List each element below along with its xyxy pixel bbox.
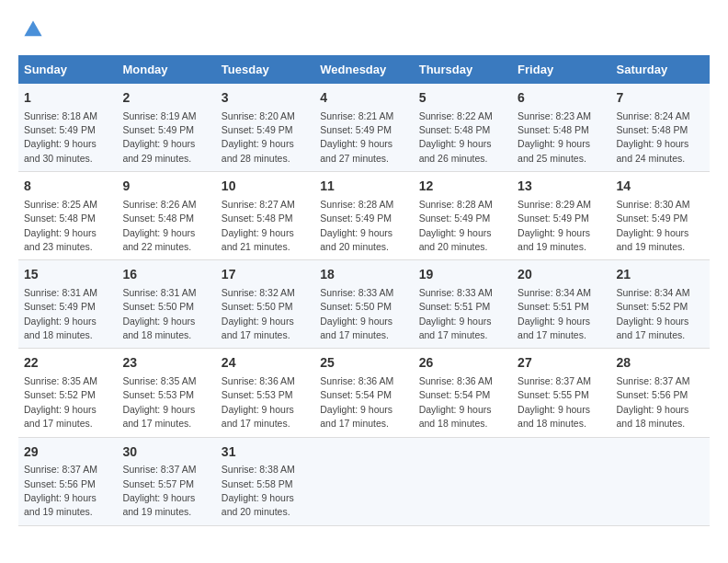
day-info: Sunrise: 8:37 AM Sunset: 5:57 PM Dayligh… xyxy=(122,464,196,517)
day-info: Sunrise: 8:35 AM Sunset: 5:53 PM Dayligh… xyxy=(122,375,196,429)
day-number: 8 xyxy=(24,178,111,196)
day-number: 3 xyxy=(222,89,309,108)
calendar-cell: 30Sunrise: 8:37 AM Sunset: 5:57 PM Dayli… xyxy=(117,437,215,525)
day-info: Sunrise: 8:33 AM Sunset: 5:51 PM Dayligh… xyxy=(419,287,493,340)
day-number: 1 xyxy=(24,89,111,108)
day-number: 2 xyxy=(122,89,210,108)
calendar-cell: 16Sunrise: 8:31 AM Sunset: 5:50 PM Dayli… xyxy=(117,260,215,349)
day-number: 9 xyxy=(122,178,210,196)
calendar-cell: 9Sunrise: 8:26 AM Sunset: 5:48 PM Daylig… xyxy=(117,172,215,260)
calendar-cell xyxy=(611,437,710,525)
day-info: Sunrise: 8:33 AM Sunset: 5:50 PM Dayligh… xyxy=(320,287,393,340)
calendar-cell: 31Sunrise: 8:38 AM Sunset: 5:58 PM Dayli… xyxy=(216,437,314,525)
calendar-cell: 25Sunrise: 8:36 AM Sunset: 5:54 PM Dayli… xyxy=(314,349,413,437)
day-info: Sunrise: 8:31 AM Sunset: 5:49 PM Dayligh… xyxy=(24,287,97,340)
calendar-cell: 13Sunrise: 8:29 AM Sunset: 5:49 PM Dayli… xyxy=(512,172,610,260)
weekday-header-wednesday: Wednesday xyxy=(314,55,413,84)
day-info: Sunrise: 8:18 AM Sunset: 5:49 PM Dayligh… xyxy=(24,110,97,164)
day-info: Sunrise: 8:36 AM Sunset: 5:54 PM Dayligh… xyxy=(320,375,393,429)
weekday-header-sunday: Sunday xyxy=(18,55,117,84)
day-number: 4 xyxy=(320,89,407,108)
day-info: Sunrise: 8:36 AM Sunset: 5:53 PM Dayligh… xyxy=(222,375,295,429)
calendar-cell: 29Sunrise: 8:37 AM Sunset: 5:56 PM Dayli… xyxy=(18,437,117,525)
weekday-header-friday: Friday xyxy=(512,55,610,84)
day-number: 25 xyxy=(320,354,407,373)
day-number: 20 xyxy=(518,266,605,284)
day-number: 29 xyxy=(24,443,111,462)
day-number: 28 xyxy=(617,354,704,373)
calendar-cell xyxy=(314,437,413,525)
calendar-cell: 8Sunrise: 8:25 AM Sunset: 5:48 PM Daylig… xyxy=(18,172,117,260)
day-number: 12 xyxy=(419,178,506,196)
day-number: 17 xyxy=(222,266,309,284)
calendar-cell: 20Sunrise: 8:34 AM Sunset: 5:51 PM Dayli… xyxy=(512,260,610,349)
calendar-cell: 6Sunrise: 8:23 AM Sunset: 5:48 PM Daylig… xyxy=(512,84,610,172)
day-number: 26 xyxy=(419,354,506,373)
logo-icon xyxy=(22,18,44,40)
day-info: Sunrise: 8:24 AM Sunset: 5:48 PM Dayligh… xyxy=(617,110,690,164)
day-info: Sunrise: 8:34 AM Sunset: 5:52 PM Dayligh… xyxy=(617,287,690,340)
weekday-header-thursday: Thursday xyxy=(414,55,512,84)
calendar-cell: 12Sunrise: 8:28 AM Sunset: 5:49 PM Dayli… xyxy=(414,172,512,260)
day-info: Sunrise: 8:36 AM Sunset: 5:54 PM Dayligh… xyxy=(419,375,493,429)
calendar-cell: 27Sunrise: 8:37 AM Sunset: 5:55 PM Dayli… xyxy=(512,349,610,437)
day-info: Sunrise: 8:26 AM Sunset: 5:48 PM Dayligh… xyxy=(122,199,196,252)
day-number: 24 xyxy=(222,354,309,373)
day-number: 7 xyxy=(617,89,704,108)
day-info: Sunrise: 8:20 AM Sunset: 5:49 PM Dayligh… xyxy=(222,110,295,164)
weekday-header-tuesday: Tuesday xyxy=(216,55,314,84)
calendar-cell: 21Sunrise: 8:34 AM Sunset: 5:52 PM Dayli… xyxy=(611,260,710,349)
calendar-cell: 4Sunrise: 8:21 AM Sunset: 5:49 PM Daylig… xyxy=(314,84,413,172)
day-number: 19 xyxy=(419,266,506,284)
day-number: 13 xyxy=(518,178,605,196)
calendar-cell xyxy=(512,437,610,525)
day-number: 5 xyxy=(419,89,506,108)
day-number: 21 xyxy=(617,266,704,284)
day-info: Sunrise: 8:21 AM Sunset: 5:49 PM Dayligh… xyxy=(320,110,393,164)
day-number: 6 xyxy=(518,89,605,108)
calendar-cell: 14Sunrise: 8:30 AM Sunset: 5:49 PM Dayli… xyxy=(611,172,710,260)
calendar-cell: 26Sunrise: 8:36 AM Sunset: 5:54 PM Dayli… xyxy=(414,349,512,437)
day-number: 23 xyxy=(122,354,210,373)
calendar-cell: 5Sunrise: 8:22 AM Sunset: 5:48 PM Daylig… xyxy=(414,84,512,172)
calendar-week-row: 1Sunrise: 8:18 AM Sunset: 5:49 PM Daylig… xyxy=(18,84,710,172)
day-number: 31 xyxy=(222,443,309,462)
day-info: Sunrise: 8:34 AM Sunset: 5:51 PM Dayligh… xyxy=(518,287,591,340)
svg-marker-0 xyxy=(24,20,41,36)
day-number: 18 xyxy=(320,266,407,284)
calendar-cell: 3Sunrise: 8:20 AM Sunset: 5:49 PM Daylig… xyxy=(216,84,314,172)
day-info: Sunrise: 8:38 AM Sunset: 5:58 PM Dayligh… xyxy=(222,464,295,517)
page-header xyxy=(18,18,710,40)
day-info: Sunrise: 8:25 AM Sunset: 5:48 PM Dayligh… xyxy=(24,199,97,252)
day-number: 15 xyxy=(24,266,111,284)
calendar-cell xyxy=(414,437,512,525)
day-number: 27 xyxy=(518,354,605,373)
day-info: Sunrise: 8:22 AM Sunset: 5:48 PM Dayligh… xyxy=(419,110,493,164)
day-info: Sunrise: 8:30 AM Sunset: 5:49 PM Dayligh… xyxy=(617,199,690,252)
calendar-cell: 10Sunrise: 8:27 AM Sunset: 5:48 PM Dayli… xyxy=(216,172,314,260)
calendar-body: 1Sunrise: 8:18 AM Sunset: 5:49 PM Daylig… xyxy=(18,84,710,525)
weekday-header-row: SundayMondayTuesdayWednesdayThursdayFrid… xyxy=(18,55,710,84)
day-info: Sunrise: 8:23 AM Sunset: 5:48 PM Dayligh… xyxy=(518,110,591,164)
calendar-header: SundayMondayTuesdayWednesdayThursdayFrid… xyxy=(18,55,710,84)
day-number: 22 xyxy=(24,354,111,373)
day-info: Sunrise: 8:31 AM Sunset: 5:50 PM Dayligh… xyxy=(122,287,196,340)
day-info: Sunrise: 8:37 AM Sunset: 5:56 PM Dayligh… xyxy=(617,375,690,429)
calendar-cell: 7Sunrise: 8:24 AM Sunset: 5:48 PM Daylig… xyxy=(611,84,710,172)
day-info: Sunrise: 8:29 AM Sunset: 5:49 PM Dayligh… xyxy=(518,199,591,252)
day-info: Sunrise: 8:19 AM Sunset: 5:49 PM Dayligh… xyxy=(122,110,196,164)
day-number: 11 xyxy=(320,178,407,196)
day-info: Sunrise: 8:28 AM Sunset: 5:49 PM Dayligh… xyxy=(419,199,493,252)
logo xyxy=(18,18,48,40)
day-number: 16 xyxy=(122,266,210,284)
calendar-cell: 23Sunrise: 8:35 AM Sunset: 5:53 PM Dayli… xyxy=(117,349,215,437)
day-number: 30 xyxy=(122,443,210,462)
day-number: 14 xyxy=(617,178,704,196)
calendar-cell: 19Sunrise: 8:33 AM Sunset: 5:51 PM Dayli… xyxy=(414,260,512,349)
calendar-cell: 22Sunrise: 8:35 AM Sunset: 5:52 PM Dayli… xyxy=(18,349,117,437)
weekday-header-saturday: Saturday xyxy=(611,55,710,84)
calendar-week-row: 29Sunrise: 8:37 AM Sunset: 5:56 PM Dayli… xyxy=(18,437,710,525)
calendar-cell: 15Sunrise: 8:31 AM Sunset: 5:49 PM Dayli… xyxy=(18,260,117,349)
calendar-cell: 18Sunrise: 8:33 AM Sunset: 5:50 PM Dayli… xyxy=(314,260,413,349)
calendar-cell: 11Sunrise: 8:28 AM Sunset: 5:49 PM Dayli… xyxy=(314,172,413,260)
